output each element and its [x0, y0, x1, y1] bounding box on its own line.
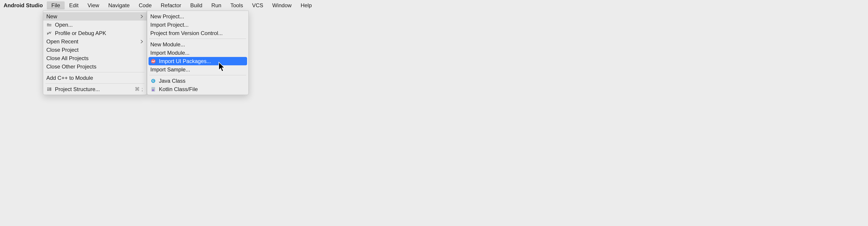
menu-label: New: [46, 13, 138, 20]
menu-label: Close Other Projects: [46, 64, 143, 70]
menu-edit[interactable]: Edit: [65, 1, 83, 9]
project-from-vcs[interactable]: Project from Version Control...: [147, 29, 248, 37]
menu-label: Java Class: [159, 78, 245, 84]
import-ui-packages[interactable]: Import UI Packages...: [149, 57, 247, 65]
menu-label: Import Module...: [150, 50, 245, 56]
menu-label: Project Structure...: [55, 86, 132, 92]
menu-label: New Module...: [150, 41, 245, 48]
kotlin-file-icon: [150, 87, 156, 92]
menu-build[interactable]: Build: [186, 1, 207, 9]
file-dropdown: New Open... Profile or Debug APK Open Re…: [43, 11, 147, 95]
menu-code[interactable]: Code: [134, 1, 156, 9]
svg-rect-0: [47, 88, 49, 89]
menu-file[interactable]: File: [47, 1, 65, 9]
menubar: Android Studio File Edit View Navigate C…: [0, 0, 868, 11]
file-close-project[interactable]: Close Project: [43, 46, 147, 54]
relay-icon: [150, 59, 156, 64]
separator: [45, 72, 145, 72]
file-new[interactable]: New: [43, 12, 147, 21]
svg-rect-1: [47, 89, 49, 91]
app-title: Android Studio: [2, 2, 47, 8]
svg-text:C: C: [152, 79, 154, 83]
menu-label: Import UI Packages...: [159, 58, 243, 64]
java-class[interactable]: C Java Class: [147, 76, 248, 85]
menu-label: Import Project...: [150, 22, 245, 28]
new-module[interactable]: New Module...: [147, 40, 248, 49]
svg-rect-2: [49, 88, 51, 91]
menu-label: Kotlin Class/File: [159, 86, 245, 92]
file-close-other[interactable]: Close Other Projects: [43, 62, 147, 71]
folder-open-icon: [46, 23, 52, 27]
import-module[interactable]: Import Module...: [147, 49, 248, 57]
profile-icon: [46, 31, 52, 35]
file-close-all[interactable]: Close All Projects: [43, 54, 147, 62]
menu-label: Project from Version Control...: [150, 30, 245, 36]
menu-view[interactable]: View: [83, 1, 104, 9]
file-open[interactable]: Open...: [43, 21, 147, 29]
file-profile-debug[interactable]: Profile or Debug APK: [43, 29, 147, 37]
new-submenu: New Project... Import Project... Project…: [147, 11, 249, 95]
java-class-icon: C: [150, 79, 156, 83]
new-project[interactable]: New Project...: [147, 12, 248, 21]
keyboard-shortcut: ⌘ ;: [135, 86, 143, 92]
menu-label: Open...: [55, 22, 143, 28]
menu-window[interactable]: Window: [268, 1, 296, 9]
menu-vcs[interactable]: VCS: [248, 1, 268, 9]
menu-help[interactable]: Help: [296, 1, 316, 9]
menu-tools[interactable]: Tools: [226, 1, 248, 9]
project-structure-icon: [46, 87, 52, 91]
menu-run[interactable]: Run: [207, 1, 226, 9]
menu-navigate[interactable]: Navigate: [104, 1, 134, 9]
menu-label: New Project...: [150, 13, 245, 20]
menu-label: Close Project: [46, 47, 143, 53]
menu-refactor[interactable]: Refactor: [156, 1, 186, 9]
import-sample[interactable]: Import Sample...: [147, 65, 248, 74]
file-open-recent[interactable]: Open Recent: [43, 37, 147, 46]
menu-label: Open Recent: [46, 38, 138, 45]
svg-rect-6: [151, 87, 155, 92]
file-project-structure[interactable]: Project Structure... ⌘ ;: [43, 85, 147, 93]
menu-label: Add C++ to Module: [46, 75, 143, 81]
chevron-right-icon: [141, 40, 143, 43]
menu-label: Import Sample...: [150, 66, 245, 73]
menu-label: Profile or Debug APK: [55, 30, 143, 36]
file-add-cpp[interactable]: Add C++ to Module: [43, 74, 147, 82]
chevron-right-icon: [141, 15, 143, 18]
menu-label: Close All Projects: [46, 55, 143, 62]
import-project[interactable]: Import Project...: [147, 21, 248, 29]
kotlin-class[interactable]: Kotlin Class/File: [147, 85, 248, 93]
